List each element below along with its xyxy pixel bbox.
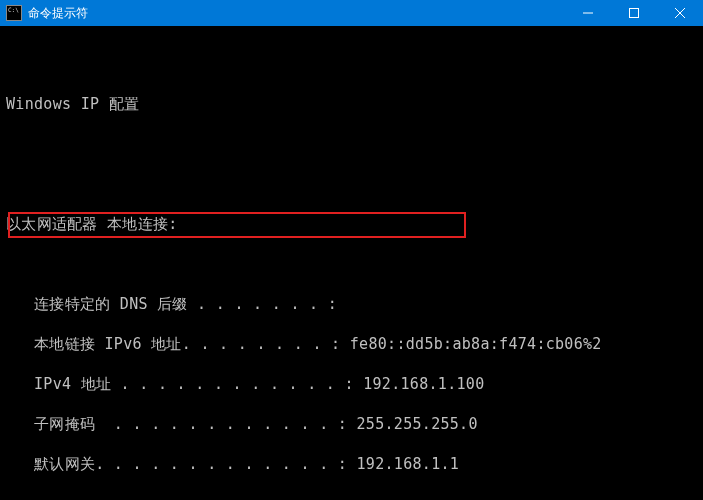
ipv4-value: 192.168.1.100 (363, 375, 484, 393)
ipv6-link-local-row: 本地链接 IPv6 地址. . . . . . . . : fe80::dd5b… (6, 334, 697, 354)
close-button[interactable] (657, 0, 703, 26)
gw-value: 192.168.1.1 (356, 455, 459, 473)
dns-suffix-label: 连接特定的 DNS 后缀 . . . . . . . : (34, 295, 337, 313)
ip-config-header: Windows IP 配置 (6, 94, 697, 114)
minimize-button[interactable] (565, 0, 611, 26)
ipv4-row: IPv4 地址 . . . . . . . . . . . . : 192.16… (6, 374, 697, 394)
maximize-icon (629, 8, 639, 18)
adapter-ethernet-title: 以太网适配器 本地连接: (6, 214, 697, 234)
mask-label: 子网掩码 . . . . . . . . . . . . : (34, 415, 347, 433)
window-title: 命令提示符 (28, 5, 565, 22)
ipv6-ll-label: 本地链接 IPv6 地址. . . . . . . . : (34, 335, 340, 353)
gateway-row: 默认网关. . . . . . . . . . . . . : 192.168.… (6, 454, 697, 474)
maximize-button[interactable] (611, 0, 657, 26)
titlebar[interactable]: 命令提示符 (0, 0, 703, 26)
close-icon (675, 8, 685, 18)
terminal-output: Windows IP 配置 以太网适配器 本地连接: 连接特定的 DNS 后缀 … (0, 26, 703, 500)
subnet-mask-row: 子网掩码 . . . . . . . . . . . . : 255.255.2… (6, 414, 697, 434)
ipv4-label: IPv4 地址 . . . . . . . . . . . . : (34, 375, 354, 393)
gw-label: 默认网关. . . . . . . . . . . . . : (34, 455, 347, 473)
ipv6-ll-value: fe80::dd5b:ab8a:f474:cb06%2 (350, 335, 602, 353)
mask-value: 255.255.255.0 (356, 415, 477, 433)
minimize-icon (583, 8, 593, 18)
window-controls (565, 0, 703, 26)
dns-suffix-row: 连接特定的 DNS 后缀 . . . . . . . : (6, 294, 697, 314)
cmd-icon (6, 5, 22, 21)
svg-rect-1 (630, 9, 639, 18)
